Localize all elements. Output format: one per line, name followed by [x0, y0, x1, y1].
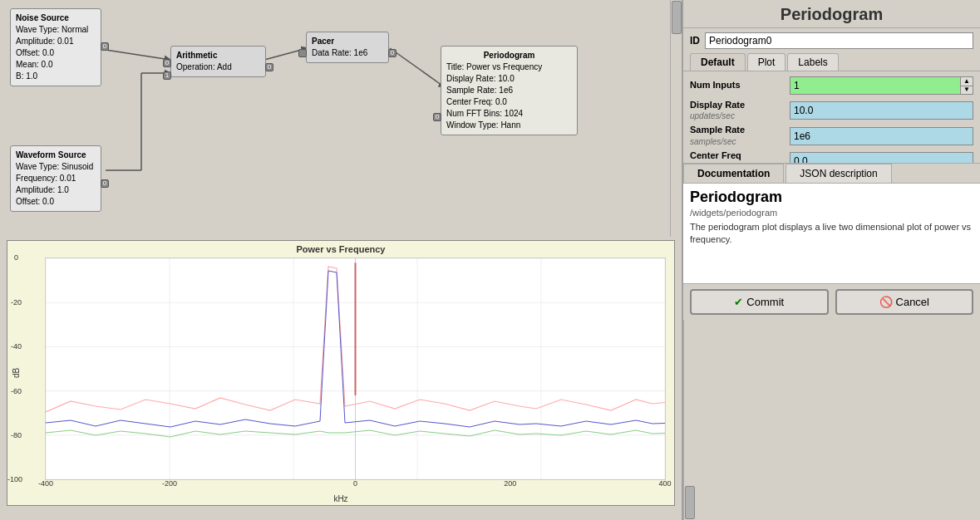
periodogram-flow-node[interactable]: Periodogram Title: Power vs Frequency Di… [441, 46, 578, 135]
prop-num-inputs: Num Inputs ▲ ▼ [690, 75, 973, 96]
noise-amplitude: Amplitude: 0.01 [16, 36, 96, 47]
svg-line-1 [106, 50, 170, 60]
commit-button[interactable]: ✔ Commit [690, 289, 829, 315]
id-label: ID [690, 35, 700, 47]
waveform-offset: Offset: 0.0 [16, 196, 96, 208]
prop-num-inputs-label: Num Inputs [690, 80, 790, 91]
noise-out-port[interactable]: 0 [101, 42, 109, 51]
arithmetic-title: Arithmetic [176, 50, 260, 61]
prop-display-rate: Display Rateupdates/sec [690, 100, 973, 121]
cancel-label: Cancel [896, 296, 929, 308]
chart-area: Power vs Frequency Ch0 Max0 Min0 dB [7, 240, 675, 506]
right-scrollbar-thumb[interactable] [685, 486, 695, 519]
cancel-button[interactable]: 🚫 Cancel [835, 289, 974, 315]
pacer-data-rate: Data Rate: 1e6 [312, 47, 383, 59]
doc-title: Periodogram [690, 189, 973, 206]
waveform-wave-type: Wave Type: Sinusoid [16, 161, 96, 173]
prop-num-inputs-spinner: ▲ ▼ [790, 76, 973, 95]
noise-offset: Offset: 0.0 [16, 47, 96, 59]
doc-content: Periodogram /widgets/periodogram The per… [683, 184, 980, 283]
peri-in-port[interactable]: 0 [433, 113, 441, 121]
y-tick-20: -20 [11, 298, 22, 307]
left-panel: Noise Source Wave Type: Normal Amplitude… [0, 0, 682, 520]
prop-sample-rate-label: Sample Ratesamples/sec [690, 125, 790, 146]
num-inputs-input[interactable] [790, 76, 961, 95]
noise-mean: Mean: 0.0 [16, 59, 96, 71]
prop-center-freq-label: Center FreqHz [690, 150, 790, 163]
pacer-in-port[interactable] [298, 49, 307, 57]
x-axis-label: kHz [333, 494, 347, 503]
peri-window-type: Window Type: Hann [446, 120, 572, 131]
sample-rate-input[interactable] [790, 127, 973, 145]
num-inputs-up[interactable]: ▲ [961, 77, 973, 86]
waveform-out-port[interactable]: 0 [101, 179, 109, 188]
chart-title: Power vs Frequency [7, 241, 674, 258]
center-freq-input[interactable] [790, 152, 973, 163]
flow-scrollbar[interactable] [670, 0, 682, 237]
peri-display-rate: Display Rate: 10.0 [446, 73, 572, 85]
x-tick-n400: -400 [38, 479, 53, 488]
peri-sample-rate: Sample Rate: 1e6 [446, 85, 572, 96]
id-row: ID [683, 28, 980, 53]
y-tick-0: 0 [14, 253, 18, 262]
waveform-source-node[interactable]: Waveform Source Wave Type: Sinusoid Freq… [10, 145, 101, 212]
peri-num-fft-bins: Num FFT Bins: 1024 [446, 108, 572, 120]
doc-tabs: Documentation JSON description [683, 164, 980, 184]
action-buttons: ✔ Commit 🚫 Cancel [683, 283, 980, 320]
num-inputs-spinner-btns: ▲ ▼ [961, 76, 973, 95]
doc-tab-json[interactable]: JSON description [785, 164, 891, 183]
periodogram-node-title: Periodogram [446, 50, 572, 61]
x-tick-200: 200 [504, 479, 516, 488]
right-panel: Periodogram ID Default Plot Labels Num I… [682, 0, 980, 520]
arithmetic-in1-port[interactable]: 1 [163, 71, 171, 80]
chart-svg [46, 258, 665, 479]
prop-display-rate-label: Display Rateupdates/sec [690, 100, 790, 121]
y-tick-100: -100 [7, 475, 22, 483]
peri-title-line: Title: Power vs Frequency [446, 61, 572, 73]
x-tick-400: 400 [658, 479, 671, 488]
peri-center-freq: Center Freq: 0.0 [446, 96, 572, 108]
commit-label: Commit [746, 296, 784, 308]
y-tick-60: -60 [11, 387, 22, 395]
tab-plot[interactable]: Plot [747, 53, 786, 71]
panel-title: Periodogram [683, 0, 980, 28]
tab-labels[interactable]: Labels [787, 53, 838, 71]
arithmetic-in0-port[interactable]: 0 [163, 59, 171, 67]
prop-sample-rate: Sample Ratesamples/sec [690, 125, 973, 146]
documentation-section: Documentation JSON description Periodogr… [683, 163, 980, 283]
flow-area: Noise Source Wave Type: Normal Amplitude… [0, 0, 682, 237]
chart-plot: 0 -20 -40 -60 -80 -100 -400 -200 0 200 4… [45, 258, 666, 480]
noise-source-title: Noise Source [16, 12, 96, 24]
doc-text: The periodogram plot displays a live two… [690, 221, 973, 247]
right-panel-scrollbar[interactable] [683, 320, 695, 520]
pacer-out-port[interactable]: 0 [388, 49, 396, 57]
noise-source-node[interactable]: Noise Source Wave Type: Normal Amplitude… [10, 8, 101, 86]
noise-b: B: 1.0 [16, 71, 96, 82]
waveform-amplitude: Amplitude: 1.0 [16, 184, 96, 196]
id-input[interactable] [705, 32, 973, 49]
doc-path: /widgets/periodogram [690, 208, 973, 218]
doc-tab-documentation[interactable]: Documentation [683, 164, 784, 183]
x-tick-n200: -200 [162, 479, 177, 488]
y-axis-label: dB [12, 368, 21, 378]
properties-panel: Num Inputs ▲ ▼ Display Rateupdates/sec S… [683, 71, 980, 163]
y-tick-40: -40 [11, 342, 22, 351]
pacer-node[interactable]: Pacer Data Rate: 1e6 0 [306, 32, 389, 63]
commit-icon: ✔ [734, 296, 743, 308]
noise-wave-type: Wave Type: Normal [16, 24, 96, 36]
arithmetic-node[interactable]: Arithmetic Operation: Add 0 1 0 [170, 46, 266, 77]
arithmetic-out-port[interactable]: 0 [265, 63, 273, 71]
scrollbar-thumb[interactable] [672, 1, 682, 34]
svg-line-3 [390, 48, 445, 87]
y-tick-80: -80 [11, 431, 22, 439]
num-inputs-down[interactable]: ▼ [961, 86, 973, 95]
prop-center-freq: Center FreqHz [690, 150, 973, 163]
pacer-title: Pacer [312, 36, 383, 47]
waveform-source-title: Waveform Source [16, 150, 96, 161]
cancel-icon: 🚫 [879, 296, 893, 308]
display-rate-input[interactable] [790, 101, 973, 120]
waveform-frequency: Frequency: 0.01 [16, 173, 96, 184]
x-tick-0: 0 [353, 479, 357, 488]
tab-default[interactable]: Default [690, 53, 746, 71]
arithmetic-operation: Operation: Add [176, 61, 260, 73]
